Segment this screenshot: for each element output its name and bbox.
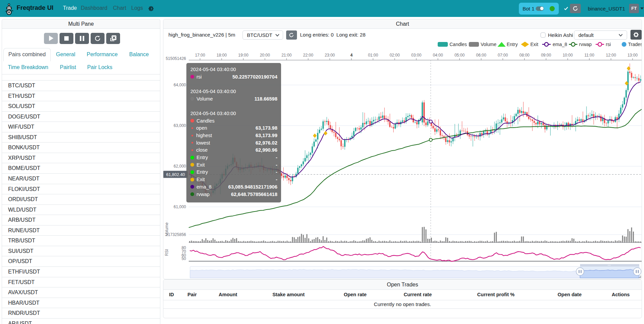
svg-text:rsi: rsi [606, 42, 611, 47]
svg-text:07:00: 07:00 [498, 53, 508, 58]
svg-text:Volume: Volume [164, 222, 169, 236]
svg-text:05:00: 05:00 [455, 53, 465, 58]
svg-text:62,000: 62,000 [174, 164, 186, 169]
svg-text:08:00: 08:00 [519, 53, 529, 58]
svg-text:19:00: 19:00 [238, 53, 248, 58]
svg-text:03:00: 03:00 [411, 53, 421, 58]
svg-text:21:00: 21:00 [281, 53, 292, 58]
svg-text:61,802.40: 61,802.40 [166, 172, 185, 177]
svg-text:Trades: Trades [628, 42, 642, 47]
svg-text:18:00: 18:00 [216, 53, 227, 58]
svg-text:09:00: 09:00 [541, 53, 551, 58]
svg-text:01:00: 01:00 [368, 53, 378, 58]
svg-text:Candles: Candles [450, 42, 467, 47]
svg-text:64,000: 64,000 [174, 83, 186, 87]
svg-text:RSI: RSI [164, 249, 169, 256]
svg-text:12:00: 12:00 [606, 53, 616, 58]
svg-text:20:00: 20:00 [260, 53, 270, 58]
svg-text:10:00: 10:00 [562, 53, 573, 58]
svg-text:04:00: 04:00 [433, 53, 443, 58]
svg-text:06:00: 06:00 [476, 53, 486, 58]
svg-text:63,000: 63,000 [174, 123, 186, 128]
svg-text:4: 4 [350, 53, 353, 58]
svg-text:13:00: 13:00 [627, 53, 638, 58]
svg-text:11:00: 11:00 [584, 53, 594, 58]
svg-text:ema_8: ema_8 [553, 42, 567, 47]
svg-text:02:00: 02:00 [390, 53, 400, 58]
svg-text:Exit: Exit [530, 42, 538, 47]
svg-text:Volume: Volume [481, 42, 497, 47]
svg-text:17:00: 17:00 [195, 53, 205, 58]
svg-text:Entry: Entry [507, 42, 518, 47]
svg-text:22:00: 22:00 [303, 53, 313, 58]
svg-text:rvwap: rvwap [579, 42, 592, 47]
svg-text:50: 50 [182, 256, 186, 261]
svg-text:61,000: 61,000 [174, 204, 186, 209]
svg-text:23:00: 23:00 [325, 53, 335, 58]
svg-text:515051426: 515051426 [166, 56, 186, 61]
